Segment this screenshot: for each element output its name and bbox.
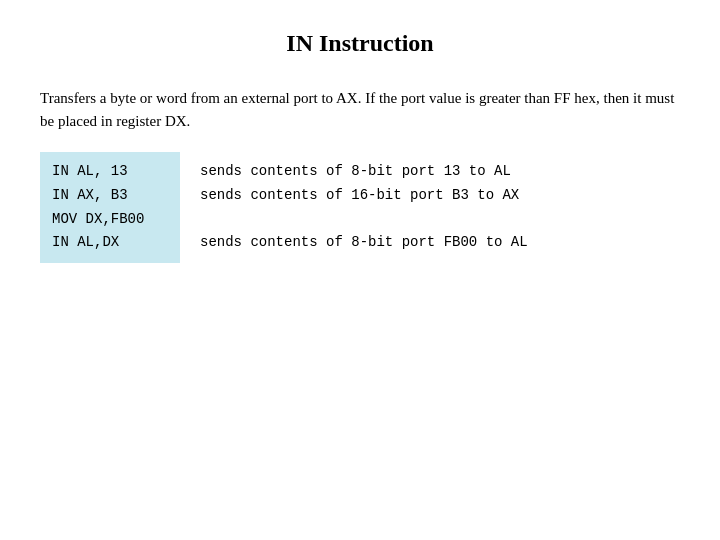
page-title: IN Instruction bbox=[40, 30, 680, 57]
code-left: IN AL, 13 IN AX, B3 MOV DX,FB00 IN AL,DX bbox=[40, 152, 180, 263]
code-block: IN AL, 13 IN AX, B3 MOV DX,FB00 IN AL,DX… bbox=[40, 152, 680, 263]
description-text: Transfers a byte or word from an externa… bbox=[40, 87, 680, 132]
code-right: sends contents of 8-bit port 13 to AL se… bbox=[180, 152, 548, 263]
page: IN Instruction Transfers a byte or word … bbox=[0, 0, 720, 540]
